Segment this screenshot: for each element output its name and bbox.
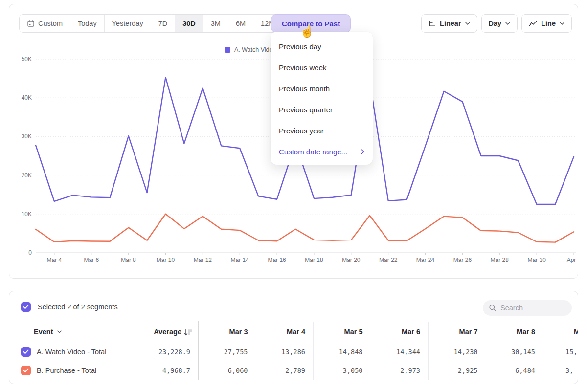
x-axis-label: Mar 6 — [84, 257, 99, 263]
scale-select-button[interactable]: Linear — [421, 14, 477, 33]
compare-menu: Previous dayPrevious weekPrevious monthP… — [271, 32, 373, 165]
legend-swatch — [225, 47, 230, 53]
y-axis-label: 40K — [22, 94, 32, 101]
x-axis-label: Mar 10 — [157, 257, 175, 263]
menu-item-previous-week[interactable]: Previous week — [271, 57, 373, 78]
event-column-header[interactable]: Event — [9, 328, 140, 336]
column-separator — [140, 322, 140, 380]
date-column-header[interactable]: Mar 8 — [486, 328, 543, 336]
value-cell: 15, — [543, 348, 578, 356]
event-header-label: Event — [34, 328, 53, 336]
y-axis-label: 20K — [22, 172, 32, 179]
date-column-header[interactable]: Mar 7 — [428, 328, 486, 336]
column-separator — [371, 322, 371, 380]
range-button-label: 3M — [211, 20, 221, 27]
menu-item-previous-day[interactable]: Previous day — [271, 36, 373, 57]
range-button-custom[interactable]: Custom — [20, 15, 70, 32]
column-separator — [198, 321, 199, 380]
column-separator — [313, 322, 314, 380]
line-chart-icon — [529, 20, 537, 27]
column-separator — [543, 322, 543, 380]
segment-checkbox[interactable] — [21, 366, 31, 375]
menu-item-previous-month[interactable]: Previous month — [271, 78, 373, 99]
chevron-down-icon — [505, 22, 510, 25]
range-button-label: Yesterday — [112, 20, 143, 27]
date-column-header[interactable]: Mar 6 — [371, 328, 429, 336]
checkmark-icon — [23, 368, 29, 373]
event-cell: B. Purchase - Total — [9, 366, 140, 375]
range-button-6m[interactable]: 6M — [228, 15, 253, 32]
y-axis-label: 30K — [22, 133, 32, 140]
range-button-30d[interactable]: 30D — [175, 15, 203, 32]
column-separator — [486, 322, 486, 380]
value-cell: 14,344 — [371, 348, 429, 356]
chevron-down-icon — [57, 330, 62, 333]
chevron-right-icon — [361, 149, 364, 154]
calendar-icon — [27, 20, 35, 27]
selected-segments-label: Selected 2 of 2 segments — [38, 303, 118, 311]
chart-type-label: Line — [541, 20, 556, 27]
range-button-label: 6M — [236, 20, 246, 27]
value-cell: 14,848 — [313, 348, 371, 356]
average-column-header[interactable]: Average — [140, 328, 198, 336]
chart-type-select-button[interactable]: Line — [521, 14, 572, 33]
search-input[interactable] — [500, 304, 559, 312]
average-header-label: Average — [154, 328, 181, 336]
chevron-down-icon — [560, 22, 564, 25]
chart-toolbar: CustomTodayYesterday7D30D3M6M12M Compare… — [9, 14, 578, 33]
range-button-yesterday[interactable]: Yesterday — [105, 15, 151, 32]
menu-item-previous-year[interactable]: Previous year — [271, 120, 373, 141]
date-column-header[interactable]: Mar 4 — [256, 328, 314, 336]
average-cell: 23,228.9 — [140, 348, 198, 356]
range-button-3m[interactable]: 3M — [203, 15, 228, 32]
menu-item-previous-quarter[interactable]: Previous quarter — [271, 99, 373, 120]
range-button-label: Custom — [38, 20, 63, 27]
value-cell: 3,050 — [313, 367, 371, 374]
chart-display-buttons: Linear Day Line — [421, 14, 572, 33]
event-cell: A. Watch Video - Total — [9, 347, 140, 357]
table-row-purchase[interactable]: B. Purchase - Total4,968.76,0602,7893,05… — [9, 361, 578, 380]
value-cell: 14,230 — [428, 348, 486, 356]
series-line-purchase[interactable] — [36, 214, 574, 242]
range-button-7d[interactable]: 7D — [151, 15, 176, 32]
cursor-pointer-icon: ☝ — [300, 24, 315, 38]
x-axis-label: Mar 26 — [453, 257, 472, 263]
sort-descending-icon — [184, 329, 192, 336]
x-axis-label: Apr 1 — [567, 257, 578, 263]
x-axis-label: Mar 8 — [121, 257, 136, 263]
interval-select-button[interactable]: Day — [481, 14, 518, 33]
checkmark-icon — [23, 305, 29, 309]
select-all-checkbox[interactable] — [21, 302, 31, 312]
value-cell: 2,973 — [371, 367, 429, 374]
selected-segments-bar: Selected 2 of 2 segments — [21, 302, 118, 312]
column-separator — [428, 322, 429, 380]
date-column-header[interactable]: Mar 3 — [198, 328, 256, 336]
column-separator — [256, 322, 256, 380]
range-button-today[interactable]: Today — [70, 15, 105, 32]
segment-checkbox[interactable] — [21, 347, 31, 357]
x-axis-label: Mar 28 — [491, 257, 509, 263]
value-cell: 2,789 — [256, 367, 314, 374]
range-button-label: 7D — [158, 20, 168, 27]
table-header-row: Event Average Mar 3Mar 4Mar 5Mar 6Mar 7M… — [9, 323, 578, 341]
date-column-header[interactable]: Mar 5 — [313, 328, 371, 336]
average-cell: 4,968.7 — [140, 367, 198, 374]
table-row-watch-video[interactable]: A. Watch Video - Total23,228.927,75513,2… — [9, 343, 578, 361]
range-button-label: Today — [78, 20, 97, 27]
x-axis-label: Mar 30 — [527, 257, 546, 263]
value-cell: 30,145 — [486, 348, 543, 356]
x-axis-label: Mar 12 — [194, 257, 212, 263]
interval-label: Day — [489, 20, 502, 27]
y-axis-label: 10K — [22, 211, 32, 218]
value-cell: 13,286 — [256, 348, 314, 356]
segment-label: A. Watch Video - Total — [37, 348, 106, 356]
x-axis-label: Mar 22 — [379, 257, 398, 263]
search-box — [483, 300, 572, 316]
date-column-header[interactable]: M — [543, 328, 578, 336]
axis-icon — [429, 20, 436, 27]
menu-item-custom-date-range[interactable]: Custom date range... — [271, 141, 373, 162]
x-axis-label: Mar 24 — [416, 257, 435, 263]
value-cell: 6,060 — [198, 367, 256, 374]
x-axis-label: Mar 18 — [305, 257, 323, 263]
menu-item-label: Custom date range... — [279, 148, 347, 156]
